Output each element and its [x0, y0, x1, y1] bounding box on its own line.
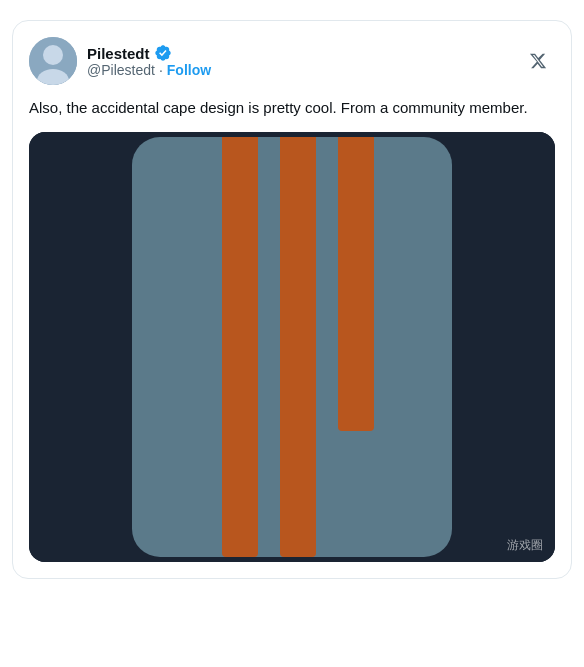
display-name[interactable]: Pilestedt: [87, 45, 150, 62]
verified-badge-icon: [154, 44, 172, 62]
name-row: Pilestedt: [87, 44, 211, 62]
cape-card-visual: [132, 137, 452, 557]
stripe-3: [338, 137, 374, 431]
cape-design-image: [29, 132, 555, 562]
user-info: Pilestedt @Pilestedt · Follow: [29, 37, 211, 85]
separator: ·: [159, 62, 163, 78]
user-handle: @Pilestedt: [87, 62, 155, 78]
watermark: 游戏圈: [507, 537, 543, 554]
close-button[interactable]: [521, 44, 555, 78]
handle-follow-row: @Pilestedt · Follow: [87, 62, 211, 78]
user-details: Pilestedt @Pilestedt · Follow: [87, 44, 211, 78]
avatar-image: [29, 37, 77, 85]
tweet-card: Pilestedt @Pilestedt · Follow: [12, 20, 572, 579]
avatar[interactable]: [29, 37, 77, 85]
tweet-image[interactable]: 游戏圈: [29, 132, 555, 562]
follow-button[interactable]: Follow: [167, 62, 211, 78]
stripe-2: [280, 137, 316, 557]
stripe-1: [222, 137, 258, 557]
svg-point-1: [43, 45, 63, 65]
tweet-header: Pilestedt @Pilestedt · Follow: [29, 37, 555, 85]
tweet-text: Also, the accidental cape design is pret…: [29, 97, 555, 120]
